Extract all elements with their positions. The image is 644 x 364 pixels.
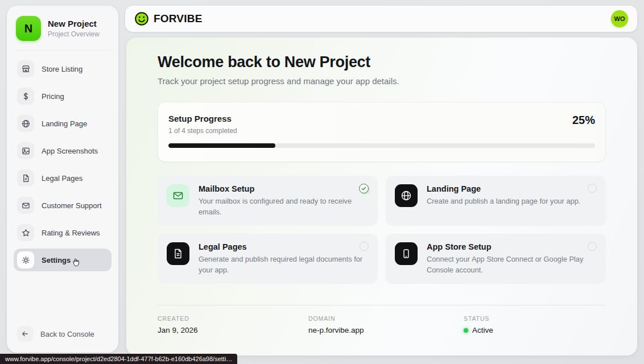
envelope-icon bbox=[17, 197, 34, 214]
brand-name: FORVIBE bbox=[154, 13, 203, 25]
project-meta-row: CREATED Jan 9, 2026 DOMAIN ne-p.forvibe.… bbox=[158, 315, 606, 334]
card-landing-page[interactable]: Landing Page Create and publish a landin… bbox=[386, 176, 606, 226]
card-description: Create and publish a landing page for yo… bbox=[427, 196, 580, 207]
sidebar-item-label: App Screenshots bbox=[42, 147, 98, 155]
project-subtitle: Project Overview bbox=[48, 30, 100, 38]
progress-bar-track bbox=[168, 143, 595, 148]
empty-circle-icon bbox=[360, 242, 369, 251]
sidebar-divider bbox=[15, 50, 110, 51]
sidebar-item-legal-pages[interactable]: Legal Pages bbox=[14, 167, 112, 189]
card-app-store-setup[interactable]: App Store Setup Connect your App Store C… bbox=[386, 234, 606, 284]
back-to-console-label: Back to Console bbox=[40, 330, 94, 338]
meta-divider bbox=[158, 305, 606, 305]
project-sidebar: N New Project Project Overview Store Lis… bbox=[7, 6, 118, 353]
card-title: Mailbox Setup bbox=[199, 184, 349, 193]
project-header: N New Project Project Overview bbox=[14, 16, 112, 41]
sidebar-item-label: Rating & Reviews bbox=[42, 229, 100, 237]
link-preview-statusbar: www.forvibe.app/console/project/d2ed2804… bbox=[0, 354, 237, 364]
document-icon bbox=[167, 242, 189, 265]
status-badge: Active bbox=[472, 326, 493, 334]
meta-domain-value: ne-p.forvibe.app bbox=[308, 326, 464, 334]
meta-created-value: Jan 9, 2026 bbox=[158, 326, 308, 334]
sidebar-item-label: Legal Pages bbox=[42, 174, 82, 183]
status-dot-icon bbox=[464, 328, 468, 333]
document-icon bbox=[17, 169, 34, 187]
storefront-icon bbox=[17, 60, 34, 77]
phone-icon bbox=[395, 242, 418, 265]
setup-progress-card: Setup Progress 1 of 4 steps completed 25… bbox=[158, 102, 606, 162]
meta-domain-label: DOMAIN bbox=[308, 315, 464, 322]
empty-circle-icon bbox=[588, 184, 597, 193]
card-mailbox-setup[interactable]: Mailbox Setup Your mailbox is configured… bbox=[158, 176, 378, 226]
page-subtitle: Track your project setup progress and ma… bbox=[158, 76, 606, 86]
sidebar-item-label: Store Listing bbox=[42, 65, 82, 73]
sidebar-item-landing-page[interactable]: Landing Page bbox=[14, 112, 112, 135]
progress-bar-fill bbox=[168, 143, 275, 148]
envelope-icon bbox=[167, 184, 189, 207]
image-icon bbox=[17, 142, 34, 159]
arrow-left-icon bbox=[17, 326, 33, 342]
setup-task-cards: Mailbox Setup Your mailbox is configured… bbox=[158, 176, 606, 284]
page-title: Welcome back to New Project bbox=[158, 53, 606, 71]
main-panel: Welcome back to New Project Track your p… bbox=[126, 38, 637, 355]
card-description: Your mailbox is configured and ready to … bbox=[199, 196, 369, 217]
project-name: New Project bbox=[48, 19, 100, 28]
user-avatar[interactable]: WO bbox=[611, 10, 628, 27]
smiley-logo-icon bbox=[134, 11, 149, 26]
sidebar-item-label: Landing Page bbox=[42, 119, 87, 128]
card-title: Legal Pages bbox=[199, 242, 349, 251]
sidebar-item-customer-support[interactable]: Customer Support bbox=[14, 194, 112, 217]
globe-icon bbox=[17, 115, 34, 132]
meta-status-label: STATUS bbox=[464, 315, 606, 322]
sidebar-item-rating-reviews[interactable]: Rating & Reviews bbox=[14, 221, 112, 244]
back-to-console-button[interactable]: Back to Console bbox=[14, 323, 112, 345]
sidebar-item-label: Customer Support bbox=[42, 201, 102, 210]
gear-icon bbox=[17, 251, 34, 268]
project-app-icon: N bbox=[16, 16, 41, 41]
progress-title: Setup Progress bbox=[168, 114, 237, 123]
sidebar-item-pricing[interactable]: Pricing bbox=[14, 85, 112, 107]
check-circle-icon bbox=[359, 184, 369, 193]
meta-created-label: CREATED bbox=[158, 315, 308, 322]
sidebar-item-label: Pricing bbox=[42, 92, 64, 101]
card-description: Connect your App Store Connect or Google… bbox=[427, 254, 597, 275]
star-icon bbox=[17, 224, 34, 241]
top-header-bar: FORVIBE WO bbox=[125, 6, 637, 32]
globe-icon bbox=[395, 184, 418, 207]
sidebar-item-store-listing[interactable]: Store Listing bbox=[14, 57, 112, 80]
progress-steps-text: 1 of 4 steps completed bbox=[168, 127, 237, 135]
brand-logo[interactable]: FORVIBE bbox=[134, 11, 203, 26]
dollar-icon bbox=[17, 88, 34, 105]
sidebar-item-settings[interactable]: Settings bbox=[14, 249, 112, 271]
sidebar-nav: Store Listing Pricing Landing Page bbox=[14, 57, 112, 271]
sidebar-item-app-screenshots[interactable]: App Screenshots bbox=[14, 139, 112, 162]
card-title: Landing Page bbox=[427, 184, 561, 193]
sidebar-item-label: Settings bbox=[42, 256, 71, 264]
card-title: App Store Setup bbox=[427, 242, 577, 251]
empty-circle-icon bbox=[588, 242, 597, 251]
mouse-cursor-icon bbox=[71, 258, 81, 267]
progress-percent: 25% bbox=[572, 114, 595, 127]
card-description: Generate and publish required legal docu… bbox=[199, 254, 369, 275]
card-legal-pages[interactable]: Legal Pages Generate and publish require… bbox=[158, 234, 378, 284]
